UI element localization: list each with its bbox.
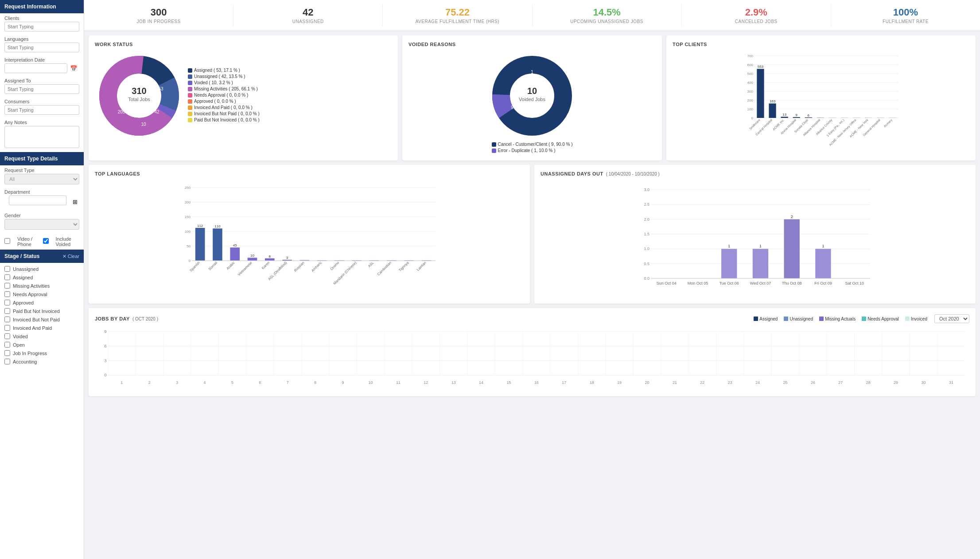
include-voided-checkbox[interactable] (43, 238, 49, 244)
stage-checkbox[interactable] (4, 308, 10, 314)
unassigned-days-title: UNASSIGNED DAYS OUT (541, 171, 603, 176)
svg-text:2.0: 2.0 (644, 217, 649, 222)
languages-input[interactable] (4, 43, 79, 52)
svg-text:100: 100 (747, 107, 754, 111)
assigned-to-input[interactable] (4, 84, 79, 94)
stage-label: Unassigned (13, 266, 39, 272)
gender-label: Gender (0, 211, 84, 219)
svg-text:12: 12 (424, 380, 428, 385)
svg-text:14: 14 (479, 380, 483, 385)
request-type-select[interactable]: All (4, 174, 79, 184)
svg-rect-130 (753, 249, 768, 278)
notes-textarea[interactable] (4, 126, 79, 148)
stage-item[interactable]: Open (0, 340, 84, 349)
svg-text:3: 3 (286, 256, 288, 260)
svg-text:1.5: 1.5 (644, 232, 649, 236)
svg-text:10: 10 (141, 122, 146, 127)
stage-checkbox[interactable] (4, 325, 10, 331)
video-phone-label: Video / Phone (13, 234, 40, 248)
stage-checkbox[interactable] (4, 291, 10, 297)
svg-rect-79 (213, 228, 222, 261)
interp-date-input[interactable]: 09/01/2020 - 10/31/2020 (4, 63, 67, 73)
stage-checkbox[interactable] (4, 274, 10, 280)
svg-text:Acmary: Acmary (883, 118, 893, 128)
svg-text:Sun Oct 04: Sun Oct 04 (657, 281, 677, 285)
svg-text:200: 200 (747, 98, 754, 102)
include-voided-label: Include Voided (51, 234, 79, 248)
stage-checkbox[interactable] (4, 350, 10, 356)
svg-text:13: 13 (782, 113, 786, 117)
svg-text:Karen: Karen (261, 261, 270, 270)
video-phone-checkbox[interactable] (4, 238, 10, 244)
top-clients-title: TOP CLIENTS (673, 42, 969, 47)
stat-item: 14.5%UPCOMING UNASSIGNED JOBS (533, 4, 682, 26)
stage-item[interactable]: Voided (0, 332, 84, 340)
stage-item[interactable]: Needs Approval (0, 290, 84, 298)
stage-item[interactable]: Paid But Not Invoiced (0, 307, 84, 315)
x-icon: ✕ (62, 254, 66, 259)
svg-text:19: 19 (617, 380, 622, 385)
svg-text:150: 150 (185, 215, 191, 219)
svg-text:163: 163 (770, 99, 776, 103)
svg-text:1: 1 (822, 244, 824, 248)
request-type-header: Request Type Details (0, 152, 84, 165)
stage-checkbox[interactable] (4, 300, 10, 305)
stage-checkbox[interactable] (4, 359, 10, 364)
date-picker-button[interactable]: 📅 (68, 64, 79, 73)
clients-input[interactable] (4, 22, 79, 31)
svg-text:500: 500 (747, 72, 754, 76)
stage-checkbox[interactable] (4, 283, 10, 289)
svg-rect-35 (757, 69, 764, 118)
svg-text:Mon Oct 05: Mon Oct 05 (688, 281, 708, 285)
svg-text:400: 400 (747, 81, 754, 85)
svg-text:Arabic: Arabic (226, 261, 235, 270)
stage-checkbox[interactable] (4, 333, 10, 339)
svg-text:3.0: 3.0 (644, 188, 649, 192)
svg-text:29: 29 (894, 380, 898, 385)
voided-donut: 1 9 10 Voided Jobs (488, 51, 576, 140)
stage-item[interactable]: Invoiced And Paid (0, 324, 84, 332)
stage-label: Invoiced But Not Paid (13, 317, 60, 322)
svg-text:26: 26 (811, 380, 815, 385)
svg-point-16 (511, 74, 553, 117)
svg-rect-136 (815, 249, 831, 278)
legend-color (492, 142, 496, 147)
svg-text:0.0: 0.0 (644, 276, 649, 281)
svg-text:1: 1 (531, 70, 533, 74)
stage-checkbox[interactable] (4, 317, 10, 322)
stat-label: FULFILLMENT RATE (836, 19, 976, 24)
svg-text:0.5: 0.5 (644, 262, 649, 266)
svg-text:700: 700 (747, 54, 754, 58)
jobs-legend-item: Missing Actuals (819, 317, 856, 321)
consumers-input[interactable] (4, 105, 79, 115)
svg-rect-133 (784, 219, 800, 278)
request-type-label: Request Type (0, 165, 84, 174)
svg-text:1: 1 (728, 244, 730, 248)
work-status-title: WORK STATUS (95, 42, 392, 47)
stage-item[interactable]: Accounting (0, 357, 84, 366)
stage-label: Voided (13, 334, 28, 339)
stage-label: Needs Approval (13, 292, 47, 297)
legend-text: Paid But Not Invoiced ( 0, 0.0 % ) (194, 117, 260, 122)
department-icon-button[interactable]: ⊞ (71, 198, 79, 206)
stage-checkbox[interactable] (4, 266, 10, 272)
stage-item[interactable]: Unassigned (0, 265, 84, 273)
legend-text: Invoiced And Paid ( 0, 0.0 % ) (194, 105, 253, 110)
clear-button[interactable]: ✕ Clear (62, 254, 79, 259)
department-input[interactable] (9, 195, 66, 205)
svg-text:6: 6 (808, 113, 810, 117)
stage-item[interactable]: Invoiced But Not Paid (0, 315, 84, 324)
stage-item[interactable]: Assigned (0, 273, 84, 281)
svg-text:42: 42 (154, 109, 159, 114)
svg-text:10: 10 (527, 86, 537, 96)
stage-item[interactable]: Approved (0, 298, 84, 307)
stage-checkbox[interactable] (4, 342, 10, 348)
svg-text:17: 17 (562, 380, 566, 385)
stage-item[interactable]: Job In Progress (0, 349, 84, 357)
svg-text:Sat Oct 10: Sat Oct 10 (845, 281, 864, 285)
stage-label: Assigned (13, 275, 33, 280)
stage-item[interactable]: Missing Activities (0, 281, 84, 290)
month-selector[interactable]: Oct 2020 (934, 314, 969, 323)
legend-text: Approved ( 0, 0.0 % ) (194, 99, 236, 104)
gender-select[interactable] (4, 219, 79, 230)
